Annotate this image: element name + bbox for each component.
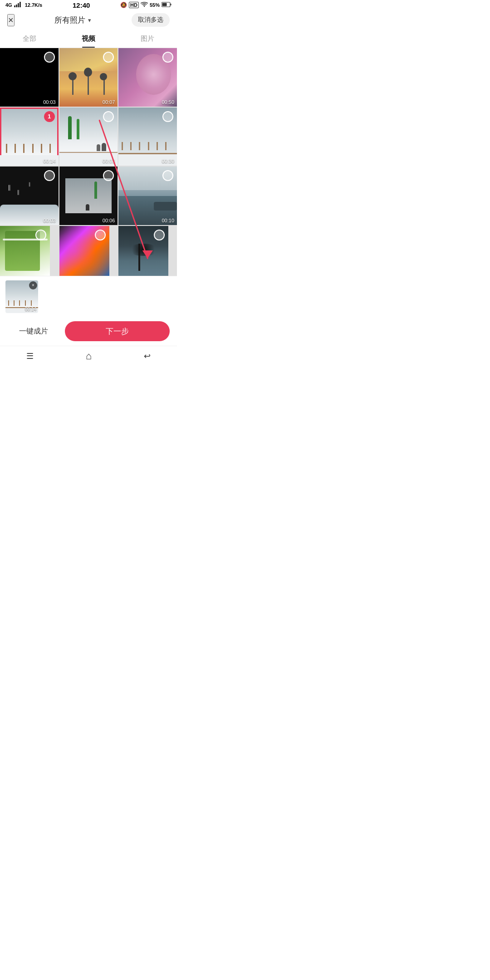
signal-bars (14, 2, 23, 8)
media-item-1[interactable]: 00:03 (0, 48, 59, 107)
alarm-icon: 🔕 (120, 2, 127, 8)
svg-rect-1 (16, 5, 17, 7)
select-circle-1[interactable] (44, 52, 55, 63)
media-item-2[interactable]: 00:07 (59, 48, 118, 107)
signal-text: 4G (5, 2, 12, 8)
svg-rect-7 (162, 3, 167, 6)
media-item-8[interactable]: 00:06 (59, 167, 118, 225)
media-item-5[interactable]: 00:03 (59, 108, 118, 166)
media-item-7[interactable]: 𝄃 𝄃 𝄃 00:03 (0, 167, 59, 225)
menu-icon[interactable]: ☰ (26, 351, 34, 361)
cancel-multiselect-button[interactable]: 取消多选 (132, 13, 170, 27)
hd-label: HD (129, 2, 139, 8)
media-item-11[interactable] (59, 226, 109, 276)
status-right: 🔕 HD 55% (120, 2, 172, 8)
top-nav: × 所有照片 ▾ 取消多选 (0, 10, 177, 30)
wifi-icon (141, 2, 148, 8)
media-item-12[interactable] (118, 226, 168, 276)
media-item-6[interactable]: 00:30 (118, 108, 177, 166)
strip-remove-button[interactable]: × (29, 281, 37, 289)
duration-7: 00:03 (43, 218, 56, 223)
battery-icon (162, 2, 172, 8)
select-circle-7[interactable] (44, 170, 55, 181)
nav-title: 所有照片 ▾ (54, 15, 91, 25)
close-button[interactable]: × (7, 14, 15, 26)
back-icon[interactable]: ↩ (144, 351, 151, 361)
tab-all[interactable]: 全部 (0, 30, 59, 48)
select-circle-4[interactable]: 1 (44, 111, 55, 122)
duration-3: 00:50 (162, 99, 174, 105)
status-bar: 4G 12.7K/s 12:40 🔕 HD 55% (0, 0, 177, 10)
media-item-4[interactable]: 1 00:14 (0, 108, 59, 166)
select-circle-5[interactable] (103, 111, 114, 122)
status-left: 4G 12.7K/s (5, 2, 42, 8)
network-speed: 12.7K/s (25, 2, 43, 8)
svg-point-4 (144, 6, 145, 7)
home-icon[interactable]: ⌂ (86, 350, 92, 362)
select-circle-11[interactable] (95, 230, 106, 240)
media-item-10[interactable] (0, 226, 50, 276)
selected-strip: × 00:14 (0, 276, 177, 317)
status-time: 12:40 (73, 1, 90, 9)
system-nav-bar: ☰ ⌂ ↩ (0, 346, 177, 366)
duration-6: 00:30 (162, 158, 174, 164)
media-item-3[interactable]: 00:50 (118, 48, 177, 107)
strip-thumb-1[interactable]: × 00:14 (5, 280, 38, 313)
media-grid: 00:03 00:07 00:50 (0, 48, 177, 276)
duration-5: 00:03 (103, 158, 115, 164)
album-title: 所有照片 (54, 15, 85, 25)
duration-8: 00:06 (103, 218, 115, 223)
battery-text: 55% (150, 2, 160, 8)
tab-photo[interactable]: 图片 (118, 30, 177, 48)
strip-duration: 00:14 (25, 307, 36, 312)
svg-rect-6 (170, 4, 171, 5)
next-step-button[interactable]: 下一步 (65, 321, 170, 341)
select-circle-8[interactable] (103, 170, 114, 181)
select-circle-12[interactable] (154, 230, 165, 240)
select-circle-6[interactable] (162, 111, 173, 122)
select-circle-10[interactable] (35, 230, 46, 240)
svg-rect-2 (18, 3, 19, 7)
svg-rect-3 (20, 2, 21, 7)
duration-1: 00:03 (43, 99, 56, 105)
duration-4: 00:14 (43, 158, 56, 164)
tab-bar: 全部 视频 图片 (0, 30, 177, 48)
duration-2: 00:07 (103, 99, 115, 105)
action-bar: 一键成片 下一步 (0, 317, 177, 346)
auto-clip-button[interactable]: 一键成片 (7, 321, 59, 341)
media-item-9[interactable]: 00:10 (118, 167, 177, 225)
select-circle-2[interactable] (103, 52, 114, 63)
duration-9: 00:10 (162, 218, 174, 223)
svg-rect-0 (14, 5, 15, 7)
select-circle-3[interactable] (162, 52, 173, 63)
tab-video[interactable]: 视频 (59, 30, 118, 48)
chevron-down-icon[interactable]: ▾ (88, 17, 91, 24)
